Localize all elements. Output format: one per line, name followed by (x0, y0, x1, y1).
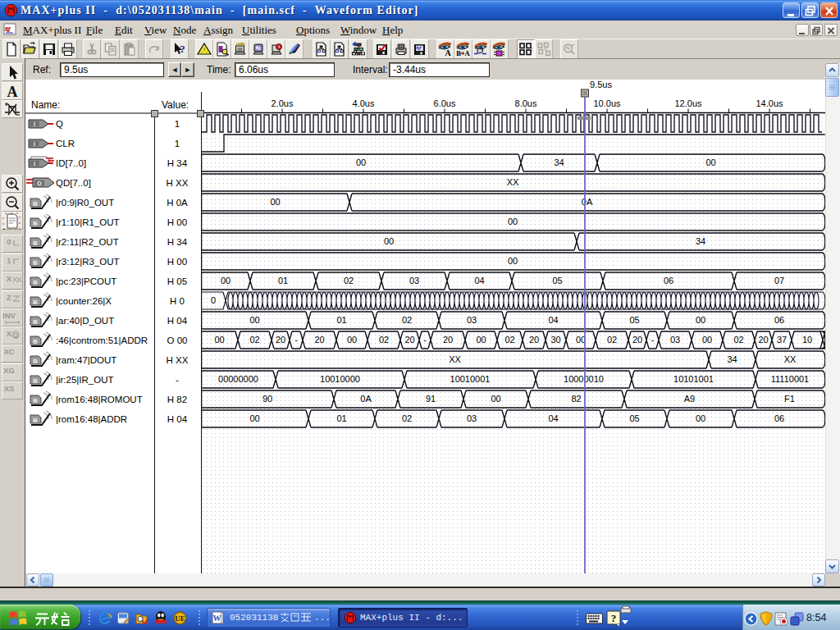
svg-text:X: X (7, 274, 12, 283)
svg-text:2.0us: 2.0us (272, 98, 294, 108)
svg-text:|pc:23|PCOUT: |pc:23|PCOUT (56, 276, 116, 286)
svg-text:|ram:47|DOUT: |ram:47|DOUT (56, 355, 116, 365)
svg-text:B: B (33, 200, 38, 208)
svg-text:|r3:12|R3_OUT: |r3:12|R3_OUT (56, 257, 120, 267)
svg-text:00: 00 (214, 335, 224, 345)
svg-text:00000000: 00000000 (218, 374, 258, 384)
svg-text:H 00: H 00 (167, 217, 187, 227)
svg-text:B: B (33, 358, 38, 365)
svg-text:06: 06 (774, 315, 784, 325)
svg-text:02: 02 (607, 335, 617, 345)
svg-text:0: 0 (7, 237, 11, 246)
svg-text:00: 00 (356, 158, 366, 167)
svg-text:90: 90 (262, 394, 272, 404)
svg-text:H 0: H 0 (170, 296, 185, 306)
svg-text:11110001: 11110001 (771, 374, 810, 384)
svg-text:30: 30 (550, 335, 560, 345)
svg-text:20: 20 (529, 335, 539, 345)
svg-text:02: 02 (504, 335, 514, 345)
svg-text:00: 00 (508, 217, 518, 226)
svg-text:34: 34 (727, 354, 737, 364)
svg-text:-: - (651, 335, 655, 345)
svg-text:10000010: 10000010 (564, 374, 604, 384)
svg-text:H XX: H XX (167, 178, 189, 188)
svg-text:A: A (445, 48, 451, 57)
svg-text:H XX: H XX (167, 355, 189, 365)
svg-text:00: 00 (705, 158, 715, 167)
svg-text:|r2:11|R2_OUT: |r2:11|R2_OUT (56, 237, 119, 247)
svg-text:12.0us: 12.0us (674, 98, 702, 108)
svg-text:QD[7..0]: QD[7..0] (56, 178, 91, 188)
svg-text:|ar:40|D_OUT: |ar:40|D_OUT (56, 316, 114, 326)
svg-text:9.5us: 9.5us (590, 80, 612, 89)
svg-text:XX: XX (507, 177, 519, 187)
svg-text:01: 01 (278, 276, 288, 285)
svg-text:00: 00 (696, 315, 705, 325)
svg-text:20: 20 (276, 335, 285, 345)
svg-text:-: - (423, 335, 427, 345)
svg-text:CLR: CLR (56, 139, 75, 148)
svg-text:B: B (33, 220, 38, 227)
svg-text:02: 02 (344, 276, 354, 285)
svg-text:A: A (464, 49, 470, 57)
svg-text:01: 01 (336, 315, 346, 325)
svg-text:20: 20 (758, 335, 768, 345)
svg-text:1: 1 (175, 119, 180, 129)
svg-text:02: 02 (733, 335, 743, 345)
svg-text:37: 37 (777, 335, 787, 345)
svg-text:00: 00 (702, 335, 712, 345)
svg-text:6.0us: 6.0us (434, 98, 456, 108)
svg-text:00: 00 (384, 236, 394, 246)
svg-text:X: X (7, 329, 12, 338)
svg-text:H 04: H 04 (167, 316, 188, 326)
svg-text:0A: 0A (582, 197, 593, 207)
svg-text:I: I (34, 121, 35, 127)
svg-text:00: 00 (249, 413, 259, 423)
svg-text:UE: UE (175, 614, 185, 623)
svg-text:B: B (456, 49, 461, 57)
svg-text:07: 07 (774, 276, 784, 285)
svg-text:05: 05 (552, 276, 562, 285)
svg-text:H 04: H 04 (167, 414, 188, 424)
svg-text:00: 00 (249, 315, 259, 325)
svg-text:03: 03 (467, 413, 477, 423)
svg-text:05: 05 (629, 413, 639, 423)
svg-text:|counter:26|X: |counter:26|X (56, 296, 112, 306)
svg-text:F1: F1 (784, 394, 795, 404)
svg-text:H 0A: H 0A (167, 198, 188, 208)
svg-text:10010000: 10010000 (320, 374, 360, 384)
svg-text:Value:: Value: (162, 99, 189, 111)
svg-text:|r0:9|R0_OUT: |r0:9|R0_OUT (56, 198, 114, 208)
svg-text:-: - (176, 375, 179, 385)
svg-text:B: B (33, 240, 38, 247)
svg-text:|rom16:48|ROMOUT: |rom16:48|ROMOUT (56, 395, 143, 404)
svg-text:B: B (33, 397, 38, 404)
svg-text:20: 20 (314, 335, 324, 345)
svg-text:Q: Q (13, 332, 18, 339)
svg-text:10: 10 (802, 335, 812, 345)
svg-text:03: 03 (467, 315, 477, 325)
svg-text:00: 00 (491, 394, 500, 404)
svg-text:H 34: H 34 (167, 237, 188, 247)
svg-text:|rom16:48|ADDR: |rom16:48|ADDR (56, 414, 127, 424)
svg-text:20: 20 (404, 335, 414, 345)
svg-text:1: 1 (7, 256, 11, 265)
svg-text:34: 34 (696, 236, 705, 246)
svg-text:0A: 0A (360, 394, 372, 404)
svg-text:82: 82 (571, 394, 581, 404)
svg-text:00: 00 (508, 256, 518, 266)
svg-text:1: 1 (175, 139, 180, 148)
svg-text:20: 20 (632, 335, 642, 345)
svg-text:INV: INV (2, 311, 16, 320)
svg-text:B: B (33, 417, 38, 424)
svg-text:O: O (37, 180, 42, 186)
svg-text:14.0us: 14.0us (756, 98, 783, 108)
svg-text:00: 00 (347, 335, 357, 345)
svg-text:02: 02 (249, 335, 259, 345)
svg-text:B: B (33, 338, 38, 345)
svg-text:91: 91 (426, 394, 436, 404)
svg-text:02: 02 (379, 335, 389, 345)
svg-text:Z: Z (7, 293, 11, 302)
svg-text:H 34: H 34 (167, 158, 188, 168)
svg-text:ID[7..0]: ID[7..0] (56, 158, 86, 168)
